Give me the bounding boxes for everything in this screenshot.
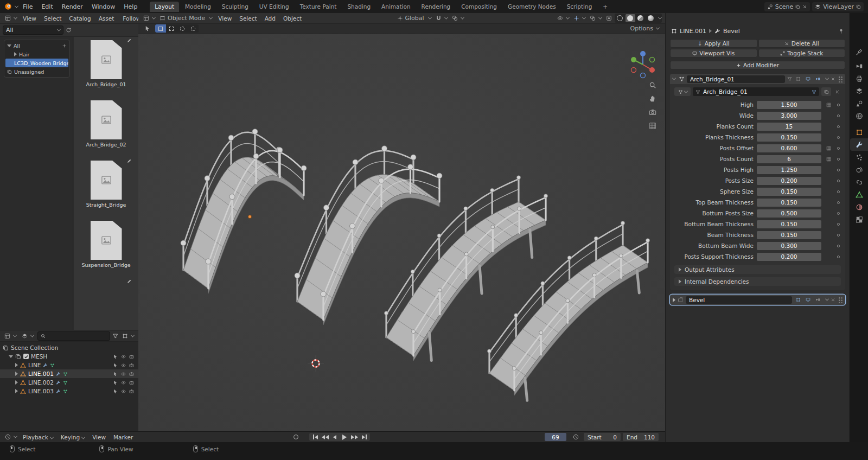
snap-toggle[interactable] <box>434 15 449 22</box>
proportional-edit-dropdown[interactable] <box>450 15 465 22</box>
tab-modifiers[interactable] <box>850 138 868 151</box>
funnel-icon[interactable] <box>787 76 792 81</box>
asset-item[interactable]: Straight_Bridge <box>74 157 138 218</box>
zoom-icon[interactable] <box>649 81 656 89</box>
input-attribute-icon[interactable] <box>825 103 832 107</box>
outliner-object-line-003[interactable]: LINE.003 <box>0 387 138 395</box>
modifier-wrench-icon[interactable] <box>714 28 720 34</box>
selectable-icon[interactable] <box>113 354 118 359</box>
animate-dot[interactable] <box>835 201 841 204</box>
asset-thumbnail[interactable] <box>91 100 122 139</box>
refresh-icon[interactable] <box>66 27 72 33</box>
delete-all-button[interactable]: Delete All <box>758 39 846 48</box>
hide-eye-icon[interactable] <box>121 380 126 385</box>
menu-file[interactable]: File <box>19 2 36 11</box>
auto-key-button[interactable] <box>293 435 298 439</box>
shading-material-button[interactable] <box>636 14 646 22</box>
add-modifier-button[interactable]: Add Modifier <box>670 61 845 69</box>
visibility-dropdown[interactable] <box>556 15 571 22</box>
editor-type-button[interactable] <box>142 15 157 22</box>
unlink-button[interactable] <box>833 87 841 96</box>
menu-help[interactable]: Help <box>120 2 141 11</box>
workspace-tab-scripting[interactable]: Scripting <box>562 2 597 12</box>
tab-texture[interactable] <box>850 213 868 226</box>
param-value-slider[interactable]: 6 <box>757 155 821 163</box>
geometry-nodes-icon[interactable] <box>63 389 68 394</box>
add-workspace-button[interactable]: + <box>598 2 612 12</box>
axis-x-handle[interactable] <box>649 67 655 73</box>
modifier-wrench-icon[interactable] <box>56 380 61 385</box>
tab-constraints[interactable] <box>850 176 868 188</box>
catalog-item-hair[interactable]: Hair <box>5 50 68 59</box>
input-attribute-icon[interactable] <box>825 146 832 151</box>
shading-rendered-button[interactable] <box>646 14 656 22</box>
outliner-object-line[interactable]: LINE <box>0 361 138 369</box>
node-group-field[interactable]: Arch_Bridge_01 <box>693 87 819 96</box>
tab-render[interactable] <box>850 60 868 72</box>
workspace-tab-modeling[interactable]: Modeling <box>180 2 216 12</box>
render-toggle[interactable] <box>814 75 821 83</box>
chevron-down-icon[interactable] <box>15 4 18 8</box>
camera-view-icon[interactable] <box>649 108 656 116</box>
gizmos-dropdown[interactable] <box>572 15 587 22</box>
select-circle-button[interactable] <box>177 24 188 33</box>
input-attribute-icon[interactable] <box>825 157 832 162</box>
param-value-slider[interactable]: 0.150 <box>757 133 821 142</box>
hide-eye-icon[interactable] <box>121 363 126 368</box>
param-value-slider[interactable]: 0.150 <box>757 231 821 239</box>
animate-dot[interactable] <box>835 114 841 117</box>
viewport-3d[interactable] <box>138 34 665 431</box>
geometry-nodes-icon[interactable] <box>50 363 55 368</box>
workspace-tab-geometry-nodes[interactable]: Geometry Nodes <box>503 2 561 12</box>
param-value-slider[interactable]: 0.150 <box>757 220 821 228</box>
edit-asset-icon[interactable] <box>127 279 132 284</box>
param-value-slider[interactable]: 0.300 <box>757 242 821 250</box>
asset-menu-select[interactable]: Select <box>41 15 65 22</box>
tab-object-data[interactable] <box>850 188 868 201</box>
tab-output[interactable] <box>850 72 868 85</box>
modifier-wrench-icon[interactable] <box>56 389 61 394</box>
asset-thumbnail[interactable] <box>91 40 122 79</box>
drag-handle[interactable] <box>838 296 843 303</box>
catalog-item-all[interactable]: All <box>5 41 68 50</box>
jump-to-end-button[interactable] <box>360 433 368 440</box>
tab-world[interactable] <box>850 110 868 122</box>
timeline-menu-view[interactable]: View <box>89 433 109 441</box>
fake-user-icon[interactable] <box>812 90 816 94</box>
output-attributes-panel[interactable]: Output Attributes <box>674 265 841 274</box>
workspace-tab-uv-editing[interactable]: UV Editing <box>254 2 294 12</box>
timeline-menu-playback[interactable]: Playback <box>20 433 56 441</box>
toggle-stack-button[interactable]: Toggle Stack <box>758 49 846 58</box>
render-camera-icon[interactable] <box>129 380 134 385</box>
drag-handle[interactable] <box>838 75 843 82</box>
outliner-scene-collection[interactable]: Scene Collection <box>0 343 138 352</box>
close-icon[interactable] <box>831 297 835 302</box>
workspace-tab-compositing[interactable]: Compositing <box>456 2 502 12</box>
object-icon[interactable] <box>671 28 677 34</box>
timeline-menu-keying[interactable]: Keying <box>58 433 88 441</box>
options-dropdown[interactable]: Options <box>629 24 661 33</box>
active-tool-button[interactable] <box>143 25 152 32</box>
render-camera-icon[interactable] <box>129 389 134 394</box>
workspace-tab-rendering[interactable]: Rendering <box>417 2 456 12</box>
modifier-menu-icon[interactable] <box>825 76 829 80</box>
workspace-tab-sculpting[interactable]: Sculpting <box>217 2 253 12</box>
outliner-collection-mesh[interactable]: MESH <box>0 352 138 361</box>
animate-dot[interactable] <box>835 190 841 193</box>
tab-view-layer[interactable] <box>850 85 868 97</box>
realtime-toggle[interactable] <box>804 296 812 304</box>
selectable-icon[interactable] <box>113 380 118 385</box>
edit-mode-toggle[interactable] <box>794 296 802 304</box>
geometry-nodes-icon[interactable] <box>63 380 68 385</box>
param-value-slider[interactable]: 0.500 <box>757 209 821 218</box>
copy-icon[interactable] <box>795 4 800 9</box>
navigation-gizmo[interactable] <box>627 48 659 79</box>
tab-tool[interactable] <box>850 46 868 58</box>
asset-menu-view[interactable]: View <box>20 15 40 22</box>
selectable-icon[interactable] <box>113 372 118 376</box>
bridge-models[interactable] <box>138 34 665 431</box>
copy-icon[interactable] <box>856 4 861 9</box>
animate-dot[interactable] <box>835 234 841 237</box>
animate-dot[interactable] <box>835 255 841 258</box>
param-value-slider[interactable]: 1.500 <box>757 101 821 109</box>
